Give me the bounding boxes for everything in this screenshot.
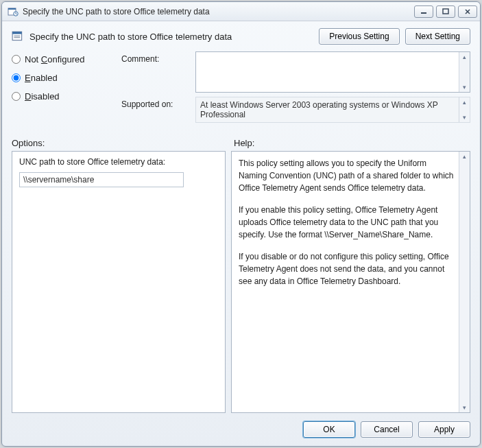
- dialog-content: Specify the UNC path to store Office tel…: [2, 21, 480, 446]
- unc-path-input[interactable]: [19, 172, 184, 187]
- svg-rect-8: [14, 37, 20, 38]
- titlebar: Specify the UNC path to store Office tel…: [2, 2, 480, 21]
- close-button[interactable]: [458, 5, 477, 18]
- help-paragraph: This policy setting allows you to specif…: [239, 157, 455, 194]
- help-text: This policy setting allows you to specif…: [239, 157, 455, 287]
- supported-value: At least Windows Server 2003 operating s…: [200, 100, 438, 119]
- supported-box: At least Windows Server 2003 operating s…: [195, 97, 470, 123]
- scroll-up-icon: ▴: [459, 52, 470, 62]
- scroll-down-icon: ▾: [459, 113, 470, 122]
- maximize-icon: [442, 8, 449, 15]
- help-pane: This policy setting allows you to specif…: [231, 151, 470, 413]
- scroll-down-icon: ▾: [459, 403, 470, 412]
- ok-button[interactable]: OK: [303, 421, 355, 438]
- window-title: Specify the UNC path to store Office tel…: [23, 7, 414, 16]
- panes: UNC path to store Office telemetry data:…: [12, 151, 470, 413]
- svg-rect-6: [12, 32, 22, 34]
- minimize-icon: [420, 9, 427, 14]
- radio-not-configured[interactable]: Not Configured: [12, 54, 121, 64]
- policy-icon: [12, 30, 24, 43]
- options-pane: UNC path to store Office telemetry data:: [12, 151, 226, 413]
- svg-rect-4: [443, 9, 448, 14]
- supported-scrollbar[interactable]: ▴ ▾: [459, 97, 470, 122]
- minimize-button[interactable]: [414, 5, 433, 18]
- radio-enabled-input[interactable]: [12, 73, 21, 82]
- unc-path-label: UNC path to store Office telemetry data:: [19, 157, 218, 167]
- help-label: Help:: [230, 138, 470, 148]
- comment-label: Comment:: [121, 51, 190, 64]
- scroll-down-icon: ▾: [459, 82, 470, 92]
- pane-labels: Options: Help:: [12, 138, 470, 148]
- supported-row: Supported on: At least Windows Server 20…: [121, 97, 470, 123]
- comment-row: Comment: ▴ ▾: [121, 51, 470, 93]
- scroll-up-icon: ▴: [459, 97, 470, 107]
- scroll-up-icon: ▴: [459, 152, 470, 161]
- cancel-button[interactable]: Cancel: [361, 421, 413, 438]
- radio-not-configured-input[interactable]: [12, 55, 21, 64]
- svg-rect-7: [14, 36, 20, 36]
- maximize-button[interactable]: [436, 5, 455, 18]
- dialog-footer: OK Cancel Apply: [12, 413, 470, 438]
- next-setting-button[interactable]: Next Setting: [405, 28, 470, 45]
- close-icon: [464, 8, 471, 15]
- svg-rect-1: [8, 8, 16, 10]
- help-paragraph: If you enable this policy setting, Offic…: [239, 204, 455, 241]
- config-row: Not Configured Enabled Disabled Comment:: [12, 51, 470, 123]
- help-paragraph: If you disable or do not configure this …: [239, 250, 455, 287]
- options-label: Options:: [12, 138, 230, 148]
- radio-disabled[interactable]: Disabled: [12, 91, 121, 102]
- radio-disabled-input[interactable]: [12, 92, 21, 101]
- page-title: Specify the UNC path to store Office tel…: [29, 32, 313, 42]
- comment-textarea[interactable]: ▴ ▾: [195, 51, 470, 93]
- header-row: Specify the UNC path to store Office tel…: [12, 28, 470, 45]
- comment-scrollbar[interactable]: ▴ ▾: [459, 52, 470, 92]
- dialog-window: Specify the UNC path to store Office tel…: [1, 1, 481, 447]
- supported-label: Supported on:: [121, 97, 190, 109]
- help-scrollbar[interactable]: ▴ ▾: [459, 152, 470, 412]
- apply-button[interactable]: Apply: [418, 421, 470, 438]
- state-radios: Not Configured Enabled Disabled: [12, 51, 121, 123]
- previous-setting-button[interactable]: Previous Setting: [319, 28, 399, 45]
- radio-enabled[interactable]: Enabled: [12, 73, 121, 83]
- meta-column: Comment: ▴ ▾ Supported on: At least Wind…: [121, 51, 470, 123]
- window-buttons: [414, 5, 477, 18]
- policy-icon: [8, 6, 19, 17]
